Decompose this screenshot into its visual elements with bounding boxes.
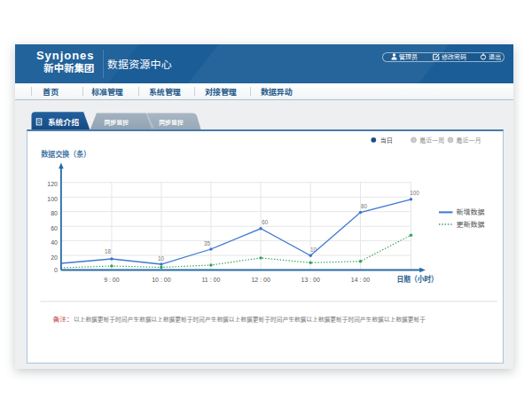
svg-text:13 : 00: 13 : 00 bbox=[301, 277, 320, 283]
svg-text:100: 100 bbox=[410, 190, 419, 196]
svg-text:100: 100 bbox=[47, 196, 58, 202]
svg-text:同步监控: 同步监控 bbox=[159, 117, 184, 127]
svg-text:同步监控: 同步监控 bbox=[104, 117, 129, 127]
svg-text:更新数据: 更新数据 bbox=[456, 221, 484, 229]
svg-text:80: 80 bbox=[51, 210, 58, 216]
svg-text:9 : 00: 9 : 00 bbox=[104, 277, 120, 283]
svg-text:备注：以上数据更新于时间产生数据以上数据更新于时间产生数据以: 备注：以上数据更新于时间产生数据以上数据更新于时间产生数据以上数据更新于时间产生… bbox=[52, 316, 425, 324]
svg-text:当日: 当日 bbox=[379, 137, 392, 145]
svg-text:60: 60 bbox=[51, 225, 58, 231]
svg-text:20: 20 bbox=[51, 254, 58, 261]
svg-text:80: 80 bbox=[360, 203, 367, 209]
svg-text:最近一周: 最近一周 bbox=[419, 137, 444, 145]
svg-text:日期（小时）: 日期（小时） bbox=[396, 275, 437, 284]
svg-text:最近一月: 最近一月 bbox=[456, 137, 481, 145]
svg-text:10: 10 bbox=[157, 255, 164, 262]
svg-text:60: 60 bbox=[262, 219, 269, 225]
svg-text:18: 18 bbox=[104, 248, 111, 254]
svg-text:10 : 00: 10 : 00 bbox=[152, 277, 171, 283]
svg-text:14 : 00: 14 : 00 bbox=[350, 277, 370, 283]
svg-text:10: 10 bbox=[309, 246, 317, 253]
svg-text:40: 40 bbox=[51, 239, 58, 246]
svg-text:11 : 00: 11 : 00 bbox=[201, 277, 220, 283]
svg-text:系统介绍: 系统介绍 bbox=[48, 115, 79, 127]
svg-text:35: 35 bbox=[203, 240, 210, 246]
svg-text:新增数据: 新增数据 bbox=[456, 207, 484, 216]
svg-text:12 : 00: 12 : 00 bbox=[251, 277, 270, 283]
svg-text:0: 0 bbox=[54, 267, 58, 273]
svg-text:120: 120 bbox=[47, 181, 58, 187]
svg-text:数据交换（条）: 数据交换（条） bbox=[41, 150, 90, 159]
